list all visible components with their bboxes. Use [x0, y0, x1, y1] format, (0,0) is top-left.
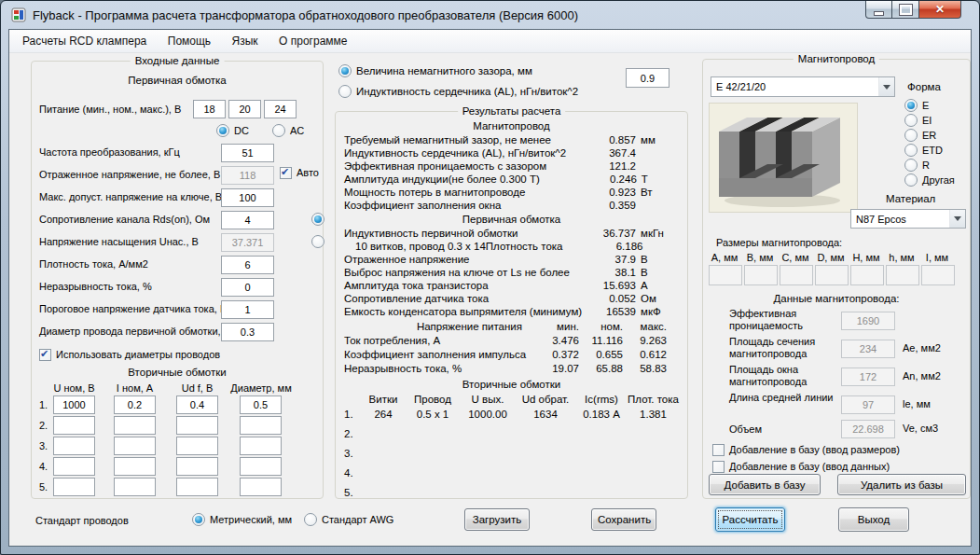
- secondary-inom-input-3[interactable]: [114, 437, 156, 455]
- add-to-db-button[interactable]: Добавить в базу: [709, 474, 821, 495]
- dim-input-d[interactable]: [815, 265, 849, 285]
- dim-input-b[interactable]: [744, 265, 778, 285]
- shape-radio-other[interactable]: Другая: [904, 173, 955, 187]
- supply-max-input[interactable]: [264, 100, 297, 118]
- radio-dot-icon: [192, 513, 205, 526]
- secondary-unom-input-1[interactable]: [53, 395, 95, 414]
- secondary-unom-input-3[interactable]: [53, 437, 95, 455]
- secondary-udf-input-1[interactable]: [176, 395, 218, 414]
- dim-input-i[interactable]: [921, 265, 955, 285]
- current-density-input[interactable]: [221, 256, 274, 274]
- gap-size-radio[interactable]: Величина немагнитного зазора, мм: [338, 64, 532, 77]
- secondary-diam-input-3[interactable]: [240, 437, 282, 455]
- secondary-udf-input-5[interactable]: [176, 478, 218, 496]
- load-button[interactable]: Загрузить: [464, 508, 530, 531]
- results-groupbox: Результаты расчета Магнитопровод Требуем…: [335, 111, 688, 499]
- minimize-button[interactable]: [865, 1, 892, 19]
- col-header-udf: Ud f, В: [176, 382, 218, 394]
- radio-dot-icon: [304, 513, 317, 526]
- le-value[interactable]: [841, 395, 895, 414]
- dim-input-c[interactable]: [780, 265, 813, 285]
- core-data-label-permeability: Эффективная проницаемость: [729, 308, 834, 332]
- rds-on-input[interactable]: [221, 211, 274, 229]
- reflected-voltage-input[interactable]: [221, 166, 274, 185]
- chevron-down-icon[interactable]: [949, 210, 965, 228]
- saturation-voltage-radio[interactable]: [311, 235, 324, 248]
- shape-radio-er[interactable]: ER: [904, 129, 936, 142]
- add-to-db-sizes-checkbox[interactable]: Добавление в базу (ввод размеров): [712, 444, 900, 456]
- dim-input-h-lower[interactable]: [886, 265, 919, 285]
- supply-table-row: Неразрывность тока, %19.0765.8858.83: [344, 362, 679, 375]
- auto-checkbox[interactable]: Авто: [280, 167, 319, 179]
- secondary-diam-input-4[interactable]: [240, 457, 282, 476]
- core-select[interactable]: E 42/21/20: [711, 76, 895, 97]
- current-continuity-input[interactable]: [221, 278, 274, 297]
- radio-dot-icon: [311, 213, 324, 226]
- volume-value[interactable]: [841, 420, 895, 438]
- menu-item-help[interactable]: Помощь: [159, 30, 219, 51]
- ae-value[interactable]: [841, 340, 895, 358]
- radio-dot-icon: [216, 124, 229, 137]
- secondary-udf-input-2[interactable]: [176, 416, 218, 435]
- sense-threshold-input[interactable]: [221, 300, 274, 319]
- secondary-diam-input-5[interactable]: [240, 478, 282, 496]
- shape-radio-r[interactable]: R: [904, 159, 930, 172]
- shape-radio-ei[interactable]: EI: [904, 114, 932, 127]
- dim-header-h-upper: H, мм: [849, 252, 884, 263]
- secondary-unom-input-2[interactable]: [53, 416, 95, 435]
- shape-radio-e[interactable]: E: [904, 99, 929, 112]
- an-value[interactable]: [841, 368, 895, 386]
- secondary-inom-input-4[interactable]: [114, 457, 156, 476]
- field-label-current-density: Плотность тока, А/мм2: [39, 258, 148, 270]
- core-groupbox: Магнитопровод E 42/21/20 Форма E EI ER E…: [702, 59, 971, 499]
- menu-item-calculations[interactable]: Расчеты RCD клампера: [14, 30, 155, 51]
- supply-nom-input[interactable]: [228, 100, 261, 118]
- client-area: Входные данные Первичная обмотка Питание…: [9, 52, 971, 546]
- secondary-diam-input-1[interactable]: [240, 395, 282, 414]
- max-switch-voltage-input[interactable]: [221, 188, 274, 207]
- chevron-down-icon[interactable]: [878, 77, 894, 96]
- exit-button[interactable]: Выход: [838, 507, 909, 532]
- secondary-unom-input-5[interactable]: [53, 478, 95, 496]
- field-label-frequency: Частота преобразования, кГц: [39, 146, 180, 158]
- menu-item-about[interactable]: О программе: [270, 30, 355, 51]
- core-data-unit: Ve, см3: [903, 423, 938, 434]
- secondary-diam-input-2[interactable]: [240, 416, 282, 435]
- awg-radio[interactable]: Стандарт AWG: [304, 513, 393, 526]
- secondary-unom-input-4[interactable]: [53, 457, 95, 476]
- save-button[interactable]: Сохранить: [591, 508, 656, 531]
- secondary-inom-input-5[interactable]: [114, 478, 156, 496]
- ac-radio[interactable]: AC: [272, 124, 304, 137]
- dim-input-a[interactable]: [709, 265, 742, 285]
- permeability-value[interactable]: [841, 312, 895, 330]
- secondary-udf-input-3[interactable]: [176, 437, 218, 455]
- secondary-udf-input-4[interactable]: [176, 457, 218, 476]
- window-title: Flyback - Программа расчета трансформато…: [33, 8, 578, 22]
- calculate-button[interactable]: Рассчитать: [715, 507, 785, 532]
- metric-radio[interactable]: Метрический, мм: [192, 513, 292, 526]
- maximize-button[interactable]: [892, 1, 918, 19]
- saturation-voltage-input[interactable]: [221, 233, 274, 252]
- delete-from-db-button[interactable]: Удалить из базы: [837, 474, 966, 495]
- primary-wire-diameter-input[interactable]: [221, 323, 274, 341]
- minimize-icon: [874, 11, 884, 16]
- al-radio[interactable]: Индуктивность сердечника (AL), нГн/виток…: [338, 85, 578, 98]
- menu-item-language[interactable]: Язык: [224, 30, 267, 51]
- dc-radio[interactable]: DC: [216, 124, 249, 137]
- gap-size-input[interactable]: [626, 68, 669, 88]
- primary-winding-title: Первичная обмотка: [32, 75, 323, 86]
- rds-on-radio[interactable]: [311, 213, 324, 226]
- row-num: 3.: [39, 440, 48, 451]
- secondary-inom-input-1[interactable]: [114, 395, 156, 414]
- checkbox-icon: [39, 349, 51, 361]
- close-button[interactable]: ✕: [918, 1, 961, 19]
- titlebar[interactable]: Flyback - Программа расчета трансформато…: [1, 1, 979, 29]
- secondary-inom-input-2[interactable]: [114, 416, 156, 435]
- dim-input-h-upper[interactable]: [850, 265, 884, 285]
- supply-min-input[interactable]: [193, 100, 226, 118]
- use-diameters-checkbox[interactable]: Использовать диаметры проводов: [39, 349, 220, 361]
- frequency-input[interactable]: [221, 144, 274, 162]
- add-to-db-data-checkbox[interactable]: Добавление в базу (ввод данных): [712, 461, 890, 473]
- shape-radio-etd[interactable]: ETD: [904, 144, 943, 157]
- material-select[interactable]: N87 Epcos: [850, 209, 966, 229]
